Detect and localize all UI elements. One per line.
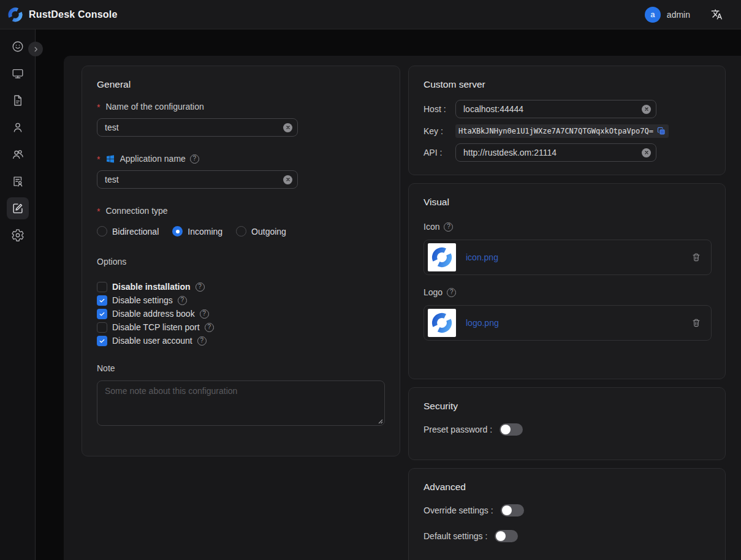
options-label: Options (97, 255, 385, 268)
connection-type-group: Bidirectional Incoming Outgoing (97, 226, 385, 236)
help-icon[interactable] (447, 288, 456, 297)
help-icon[interactable] (205, 323, 214, 332)
option-disable-address-book: Disable address book (97, 307, 385, 320)
default-settings-toggle[interactable] (495, 530, 518, 542)
user-menu[interactable]: a admin (645, 7, 690, 23)
note-label: Note (97, 362, 385, 374)
help-icon[interactable] (200, 309, 209, 319)
smiley-icon (11, 40, 25, 53)
checkbox-icon[interactable] (97, 309, 107, 319)
copy-icon[interactable] (657, 127, 666, 135)
logo-thumbnail (428, 309, 456, 337)
clear-host-icon[interactable] (642, 105, 651, 114)
icon-filename-link[interactable]: icon.png (466, 252, 498, 262)
api-label: API : (424, 148, 455, 157)
radio-icon (97, 226, 107, 236)
sidebar-item-overview[interactable] (7, 36, 29, 58)
icon-upload-box[interactable]: icon.png (424, 240, 712, 275)
host-input[interactable] (463, 104, 642, 114)
sidebar-item-audit-logs[interactable] (7, 170, 29, 192)
checkbox-icon[interactable] (97, 295, 107, 306)
username: admin (667, 10, 690, 20)
api-row: API : (424, 143, 710, 162)
override-settings-label: Override settings : (424, 505, 493, 515)
checkbox-icon[interactable] (97, 322, 107, 333)
required-marker (97, 205, 101, 217)
logo-upload-box[interactable]: logo.png (424, 305, 712, 341)
sidebar-item-groups[interactable] (7, 143, 29, 165)
sidebar-item-users[interactable] (7, 116, 29, 138)
key-label: Key : (424, 126, 455, 136)
config-name-input[interactable] (105, 123, 283, 132)
sidebar-item-settings[interactable] (7, 224, 29, 246)
key-value: HtaXBkJNHyn0e1U1jWXze7A7CN7QTGWqxkOtpaVp… (458, 127, 653, 135)
icon-label: Icon (424, 221, 710, 233)
default-settings-label: Default settings : (424, 531, 487, 541)
override-settings-toggle[interactable] (501, 504, 524, 516)
api-input-wrap (455, 143, 656, 162)
note-textarea[interactable] (97, 380, 385, 426)
visual-card: Visual Icon icon.png (408, 183, 726, 379)
translate-icon[interactable] (711, 9, 723, 20)
checkbox-icon[interactable] (97, 336, 107, 346)
help-icon[interactable] (197, 336, 207, 346)
required-marker (97, 100, 101, 113)
help-icon[interactable] (190, 154, 199, 164)
radio-icon (172, 226, 183, 236)
general-title: General (97, 78, 385, 91)
preset-password-row: Preset password : (424, 423, 710, 436)
preset-password-toggle[interactable] (500, 423, 523, 436)
override-settings-row: Override settings : (424, 504, 710, 516)
host-input-wrap (455, 100, 656, 118)
api-input[interactable] (463, 148, 642, 157)
app-header: RustDesk Console a admin (0, 0, 741, 29)
radio-icon (236, 226, 246, 236)
audit-log-icon (11, 175, 25, 188)
content-panel: General Name of the configuration (64, 56, 741, 560)
visual-title: Visual (424, 196, 710, 208)
sidebar-item-documents[interactable] (7, 89, 29, 112)
rustdesk-logo-icon (431, 312, 453, 334)
clear-api-icon[interactable] (642, 148, 651, 157)
option-disable-settings: Disable settings (97, 293, 385, 307)
logo-filename-link[interactable]: logo.png (466, 318, 499, 328)
help-icon[interactable] (196, 282, 205, 292)
security-title: Security (424, 400, 710, 412)
sidebar-collapse-button[interactable] (28, 42, 43, 56)
user-icon (11, 121, 25, 134)
app-title: RustDesk Console (29, 9, 118, 20)
clear-config-name-icon[interactable] (283, 123, 292, 132)
icon-thumbnail (428, 243, 456, 271)
default-settings-row: Default settings : (424, 530, 710, 542)
delete-icon-file-icon[interactable] (691, 252, 701, 262)
app-name-input-wrap (97, 170, 298, 189)
sidebar (0, 29, 36, 560)
preset-password-label: Preset password : (424, 425, 492, 434)
logo-label: Logo (424, 286, 710, 298)
security-card: Security Preset password : (408, 387, 726, 460)
document-icon (11, 94, 25, 107)
rustdesk-logo-icon (431, 246, 453, 268)
settings-icon (11, 229, 25, 242)
edit-icon (11, 202, 25, 215)
advanced-card: Advanced Override settings : Default set… (408, 468, 726, 560)
radio-incoming[interactable]: Incoming (172, 226, 222, 236)
help-icon[interactable] (444, 222, 453, 232)
sidebar-item-custom-clients[interactable] (7, 197, 29, 219)
key-row: Key : HtaXBkJNHyn0e1U1jWXze7A7CN7QTGWqxk… (424, 124, 710, 138)
config-name-label: Name of the configuration (97, 100, 385, 113)
sidebar-item-devices[interactable] (7, 62, 29, 85)
app-name-input[interactable] (105, 175, 283, 184)
radio-bidirectional[interactable]: Bidirectional (97, 226, 159, 236)
delete-logo-file-icon[interactable] (691, 318, 701, 328)
brand: RustDesk Console (7, 7, 118, 23)
users-icon (11, 148, 25, 161)
clear-app-name-icon[interactable] (283, 175, 292, 184)
radio-outgoing[interactable]: Outgoing (236, 226, 286, 236)
checkbox-icon[interactable] (97, 282, 107, 292)
app-name-label: Application name (97, 153, 385, 165)
option-disable-installation: Disable installation (97, 280, 385, 293)
help-icon[interactable] (178, 296, 187, 305)
option-disable-user-account: Disable user account (97, 334, 385, 347)
connection-type-label: Connection type (97, 205, 385, 217)
